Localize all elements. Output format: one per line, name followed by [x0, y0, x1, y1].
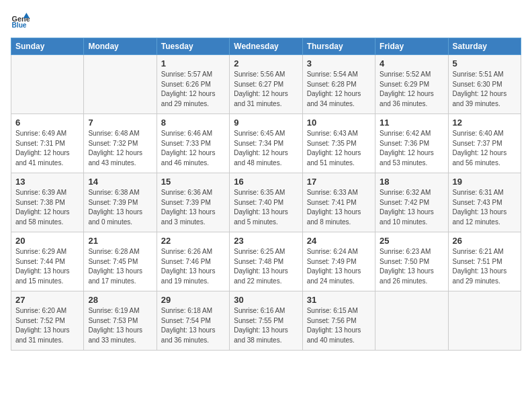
day-info: Sunrise: 5:51 AM Sunset: 6:30 PM Dayligh…: [453, 70, 517, 109]
day-number: 8: [161, 118, 225, 128]
day-of-week-header: Tuesday: [157, 38, 229, 55]
calendar-cell: 27Sunrise: 6:20 AM Sunset: 7:52 PM Dayli…: [11, 291, 84, 351]
day-info: Sunrise: 6:33 AM Sunset: 7:41 PM Dayligh…: [307, 188, 371, 227]
day-of-week-header: Saturday: [448, 38, 521, 55]
day-number: 11: [380, 118, 443, 128]
calendar-cell: [11, 55, 84, 114]
day-number: 17: [307, 177, 371, 187]
calendar-cell: 1Sunrise: 5:57 AM Sunset: 6:26 PM Daylig…: [157, 55, 229, 114]
calendar-cell: 20Sunrise: 6:29 AM Sunset: 7:44 PM Dayli…: [11, 232, 84, 291]
day-number: 18: [380, 177, 443, 187]
calendar-cell: 17Sunrise: 6:33 AM Sunset: 7:41 PM Dayli…: [302, 173, 375, 232]
calendar-cell: 23Sunrise: 6:25 AM Sunset: 7:48 PM Dayli…: [230, 232, 302, 291]
calendar-cell: 9Sunrise: 6:45 AM Sunset: 7:34 PM Daylig…: [230, 114, 302, 173]
calendar-cell: 18Sunrise: 6:32 AM Sunset: 7:42 PM Dayli…: [375, 173, 448, 232]
day-info: Sunrise: 6:18 AM Sunset: 7:54 PM Dayligh…: [161, 306, 225, 345]
day-number: 4: [380, 58, 443, 68]
day-info: Sunrise: 6:39 AM Sunset: 7:38 PM Dayligh…: [15, 188, 79, 227]
calendar-cell: 19Sunrise: 6:31 AM Sunset: 7:43 PM Dayli…: [448, 173, 521, 232]
day-number: 25: [380, 236, 443, 246]
calendar-cell: 13Sunrise: 6:39 AM Sunset: 7:38 PM Dayli…: [11, 173, 84, 232]
calendar-cell: 12Sunrise: 6:40 AM Sunset: 7:37 PM Dayli…: [448, 114, 521, 173]
day-info: Sunrise: 6:35 AM Sunset: 7:40 PM Dayligh…: [234, 188, 298, 227]
logo: General Blue: [11, 11, 30, 30]
day-number: 7: [88, 118, 152, 128]
calendar-cell: 30Sunrise: 6:16 AM Sunset: 7:55 PM Dayli…: [230, 291, 302, 351]
calendar-cell: 3Sunrise: 5:54 AM Sunset: 6:28 PM Daylig…: [302, 55, 375, 114]
day-number: 24: [307, 236, 371, 246]
calendar-cell: 14Sunrise: 6:38 AM Sunset: 7:39 PM Dayli…: [84, 173, 157, 232]
day-info: Sunrise: 6:19 AM Sunset: 7:53 PM Dayligh…: [88, 306, 152, 345]
day-info: Sunrise: 5:56 AM Sunset: 6:27 PM Dayligh…: [234, 70, 298, 109]
day-number: 15: [161, 177, 225, 187]
calendar-week-row: 20Sunrise: 6:29 AM Sunset: 7:44 PM Dayli…: [11, 232, 521, 291]
day-number: 19: [453, 177, 517, 187]
day-number: 31: [307, 295, 371, 305]
calendar-body: 1Sunrise: 5:57 AM Sunset: 6:26 PM Daylig…: [11, 55, 521, 351]
day-info: Sunrise: 6:21 AM Sunset: 7:51 PM Dayligh…: [453, 247, 517, 286]
day-info: Sunrise: 6:46 AM Sunset: 7:33 PM Dayligh…: [161, 129, 225, 168]
calendar-table: SundayMondayTuesdayWednesdayThursdayFrid…: [11, 38, 521, 351]
calendar-week-row: 27Sunrise: 6:20 AM Sunset: 7:52 PM Dayli…: [11, 291, 521, 351]
day-number: 20: [15, 236, 79, 246]
day-number: 30: [234, 295, 298, 305]
day-info: Sunrise: 6:48 AM Sunset: 7:32 PM Dayligh…: [88, 129, 152, 168]
day-info: Sunrise: 6:42 AM Sunset: 7:36 PM Dayligh…: [380, 129, 443, 168]
day-info: Sunrise: 6:38 AM Sunset: 7:39 PM Dayligh…: [88, 188, 152, 227]
day-info: Sunrise: 6:45 AM Sunset: 7:34 PM Dayligh…: [234, 129, 298, 168]
calendar-cell: 11Sunrise: 6:42 AM Sunset: 7:36 PM Dayli…: [375, 114, 448, 173]
calendar-cell: [375, 291, 448, 351]
day-number: 13: [15, 177, 79, 187]
calendar-cell: 31Sunrise: 6:15 AM Sunset: 7:56 PM Dayli…: [302, 291, 375, 351]
calendar-cell: 29Sunrise: 6:18 AM Sunset: 7:54 PM Dayli…: [157, 291, 229, 351]
calendar-cell: 6Sunrise: 6:49 AM Sunset: 7:31 PM Daylig…: [11, 114, 84, 173]
day-number: 27: [15, 295, 79, 305]
day-number: 5: [453, 58, 517, 68]
calendar-cell: 8Sunrise: 6:46 AM Sunset: 7:33 PM Daylig…: [157, 114, 229, 173]
day-number: 21: [88, 236, 152, 246]
calendar-cell: 16Sunrise: 6:35 AM Sunset: 7:40 PM Dayli…: [230, 173, 302, 232]
day-info: Sunrise: 6:29 AM Sunset: 7:44 PM Dayligh…: [15, 247, 79, 286]
calendar-cell: 4Sunrise: 5:52 AM Sunset: 6:29 PM Daylig…: [375, 55, 448, 114]
logo-icon: General Blue: [11, 11, 30, 30]
day-number: 12: [453, 118, 517, 128]
calendar-cell: 7Sunrise: 6:48 AM Sunset: 7:32 PM Daylig…: [84, 114, 157, 173]
day-info: Sunrise: 6:43 AM Sunset: 7:35 PM Dayligh…: [307, 129, 371, 168]
day-info: Sunrise: 6:15 AM Sunset: 7:56 PM Dayligh…: [307, 306, 371, 345]
svg-text:Blue: Blue: [12, 21, 27, 29]
day-info: Sunrise: 6:20 AM Sunset: 7:52 PM Dayligh…: [15, 306, 79, 345]
day-info: Sunrise: 6:32 AM Sunset: 7:42 PM Dayligh…: [380, 188, 443, 227]
calendar-cell: 28Sunrise: 6:19 AM Sunset: 7:53 PM Dayli…: [84, 291, 157, 351]
day-info: Sunrise: 6:40 AM Sunset: 7:37 PM Dayligh…: [453, 129, 517, 168]
day-info: Sunrise: 6:28 AM Sunset: 7:45 PM Dayligh…: [88, 247, 152, 286]
day-info: Sunrise: 6:25 AM Sunset: 7:48 PM Dayligh…: [234, 247, 298, 286]
calendar-cell: 21Sunrise: 6:28 AM Sunset: 7:45 PM Dayli…: [84, 232, 157, 291]
day-info: Sunrise: 6:26 AM Sunset: 7:46 PM Dayligh…: [161, 247, 225, 286]
day-number: 28: [88, 295, 152, 305]
day-of-week-header: Monday: [84, 38, 157, 55]
day-number: 26: [453, 236, 517, 246]
day-info: Sunrise: 5:54 AM Sunset: 6:28 PM Dayligh…: [307, 70, 371, 109]
calendar-week-row: 13Sunrise: 6:39 AM Sunset: 7:38 PM Dayli…: [11, 173, 521, 232]
calendar-week-row: 6Sunrise: 6:49 AM Sunset: 7:31 PM Daylig…: [11, 114, 521, 173]
day-number: 22: [161, 236, 225, 246]
day-info: Sunrise: 5:52 AM Sunset: 6:29 PM Dayligh…: [380, 70, 443, 109]
day-of-week-header: Thursday: [302, 38, 375, 55]
day-info: Sunrise: 5:57 AM Sunset: 6:26 PM Dayligh…: [161, 70, 225, 109]
day-number: 1: [161, 58, 225, 68]
day-of-week-header: Friday: [375, 38, 448, 55]
day-of-week-header: Sunday: [11, 38, 84, 55]
day-number: 29: [161, 295, 225, 305]
day-info: Sunrise: 6:49 AM Sunset: 7:31 PM Dayligh…: [15, 129, 79, 168]
calendar-cell: 2Sunrise: 5:56 AM Sunset: 6:27 PM Daylig…: [230, 55, 302, 114]
day-number: 10: [307, 118, 371, 128]
day-number: 23: [234, 236, 298, 246]
day-info: Sunrise: 6:31 AM Sunset: 7:43 PM Dayligh…: [453, 188, 517, 227]
calendar-cell: 5Sunrise: 5:51 AM Sunset: 6:30 PM Daylig…: [448, 55, 521, 114]
day-number: 3: [307, 58, 371, 68]
calendar-header: SundayMondayTuesdayWednesdayThursdayFrid…: [11, 38, 521, 55]
calendar-cell: 22Sunrise: 6:26 AM Sunset: 7:46 PM Dayli…: [157, 232, 229, 291]
day-info: Sunrise: 6:16 AM Sunset: 7:55 PM Dayligh…: [234, 306, 298, 345]
calendar-cell: 10Sunrise: 6:43 AM Sunset: 7:35 PM Dayli…: [302, 114, 375, 173]
calendar-cell: 24Sunrise: 6:24 AM Sunset: 7:49 PM Dayli…: [302, 232, 375, 291]
